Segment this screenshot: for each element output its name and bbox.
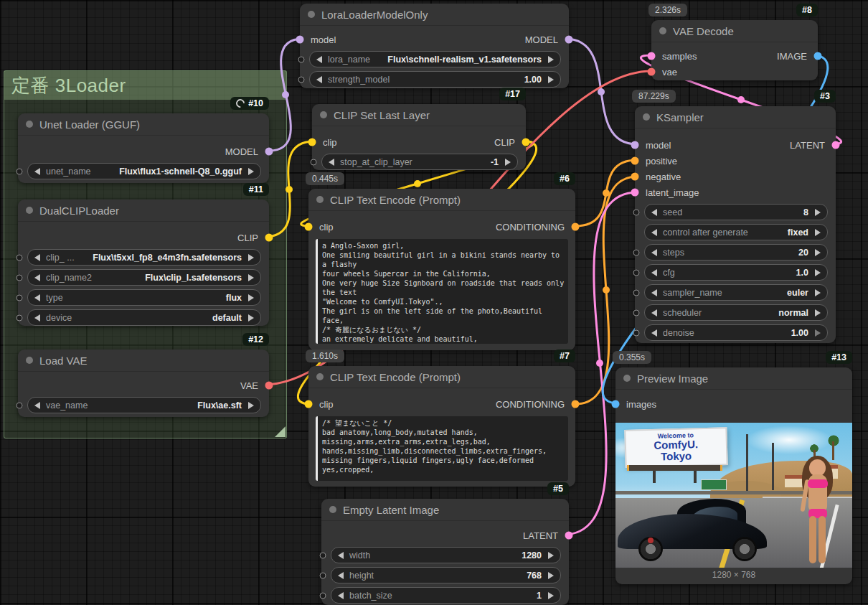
input-socket-clip[interactable] (308, 139, 316, 146)
widget-width[interactable]: width 1280 (331, 547, 561, 563)
prompt-textarea[interactable]: /* 望まないこと */ bad anatomy,long_body,mutat… (316, 416, 568, 481)
input-socket-model[interactable] (296, 36, 304, 44)
input-socket-positive[interactable] (631, 157, 639, 165)
input-socket-latent-image[interactable] (631, 189, 639, 197)
widget-batch-size[interactable]: batch_size 1 (331, 587, 561, 604)
output-socket-image[interactable] (814, 52, 822, 60)
node-preview-image[interactable]: 0.355s #13 Preview Image images (615, 367, 852, 584)
node-clip-text-encode-negative[interactable]: 1.610s #7 CLIP Text Encode (Prompt) clip… (308, 366, 575, 487)
node-header[interactable]: DualCLIPLoader (18, 200, 269, 222)
widget-denoise[interactable]: denoise 1.00 (644, 324, 828, 341)
decrement-arrow-icon[interactable] (651, 309, 657, 316)
increment-arrow-icon[interactable] (248, 274, 254, 281)
node-graph-canvas[interactable]: 定番 3Loader LoraLoaderModelOnly (0, 0, 868, 605)
output-socket-conditioning[interactable] (572, 223, 580, 231)
widget-scheduler[interactable]: scheduler normal (644, 304, 828, 321)
decrement-arrow-icon[interactable] (651, 269, 657, 276)
widget-stop-at-clip-layer[interactable]: stop_at_clip_layer -1 (321, 154, 518, 170)
decrement-arrow-icon[interactable] (34, 402, 40, 409)
widget-socket-icon[interactable] (320, 592, 326, 599)
node-load-vae[interactable]: #12 Load VAE VAE vae_name Flux\ae.sft (18, 350, 269, 417)
collapse-dot-icon[interactable] (329, 506, 336, 513)
node-vae-decode[interactable]: 2.326s #8 VAE Decode samples IMAGE vae (651, 20, 818, 80)
input-socket-model[interactable] (631, 141, 639, 149)
node-header[interactable]: LoraLoaderModelOnly (300, 4, 569, 26)
node-ksampler[interactable]: 87.229s #3 KSampler model LATENT positiv… (635, 106, 836, 343)
output-socket-model[interactable] (265, 148, 273, 156)
node-header[interactable]: CLIP Text Encode (Prompt) (308, 189, 575, 211)
widget-device[interactable]: device default (27, 309, 261, 326)
widget-socket-icon[interactable] (16, 402, 23, 408)
collapse-dot-icon[interactable] (308, 11, 315, 18)
widget-vae-name[interactable]: vae_name Flux\ae.sft (27, 397, 261, 413)
widget-socket-icon[interactable] (633, 309, 640, 316)
widget-unet-name[interactable]: unet_name Flux\flux1-schnell-Q8_0.gguf (27, 163, 261, 179)
prompt-textarea[interactable]: a Anglo-Saxon girl, One smiling beautifu… (316, 239, 568, 344)
widget-socket-icon[interactable] (298, 76, 305, 83)
decrement-arrow-icon[interactable] (651, 329, 657, 337)
increment-arrow-icon[interactable] (548, 552, 554, 559)
decrement-arrow-icon[interactable] (338, 552, 344, 559)
widget-socket-icon[interactable] (633, 249, 640, 255)
node-clip-text-encode-positive[interactable]: 0.445s #6 CLIP Text Encode (Prompt) clip… (308, 189, 575, 350)
output-socket-clip[interactable] (265, 234, 273, 242)
widget-steps[interactable]: steps 20 (644, 244, 828, 261)
widget-cfg[interactable]: cfg 1.0 (644, 264, 828, 281)
input-socket-clip[interactable] (305, 400, 313, 408)
input-socket-clip[interactable] (305, 223, 313, 231)
node-dualcliploader[interactable]: #11 DualCLIPLoader CLIP clip_ ... Flux\t… (18, 200, 269, 326)
output-socket-conditioning[interactable] (572, 400, 580, 408)
output-socket-vae[interactable] (265, 382, 273, 390)
decrement-arrow-icon[interactable] (329, 159, 334, 166)
node-header[interactable]: Preview Image (615, 367, 852, 390)
output-socket-model[interactable] (565, 36, 573, 44)
input-socket-negative[interactable] (631, 173, 639, 181)
output-socket-latent[interactable] (832, 141, 840, 149)
increment-arrow-icon[interactable] (248, 254, 254, 261)
node-unet-loader[interactable]: #10 Unet Loader (GGUF) MODEL unet_name F… (18, 113, 269, 183)
widget-clip-name1[interactable]: clip_ ... Flux\t5xxl_fp8_e4m3fn.safetens… (27, 249, 261, 266)
widget-type[interactable]: type flux (27, 289, 261, 306)
widget-strength-model[interactable]: strength_model 1.00 (309, 71, 561, 88)
widget-control-after-generate[interactable]: control after generate fixed (644, 224, 828, 240)
node-header[interactable]: CLIP Set Last Layer (312, 104, 526, 126)
decrement-arrow-icon[interactable] (338, 592, 344, 599)
decrement-arrow-icon[interactable] (34, 314, 40, 322)
collapse-dot-icon[interactable] (659, 27, 666, 34)
increment-arrow-icon[interactable] (548, 572, 554, 579)
widget-clip-name2[interactable]: clip_name2 Flux\clip_l.safetensors (27, 269, 261, 286)
increment-arrow-icon[interactable] (548, 76, 554, 83)
increment-arrow-icon[interactable] (815, 229, 821, 236)
output-socket-latent[interactable] (565, 532, 573, 540)
widget-socket-icon[interactable] (16, 314, 23, 321)
decrement-arrow-icon[interactable] (651, 209, 657, 216)
widget-socket-icon[interactable] (16, 168, 23, 174)
widget-socket-icon[interactable] (298, 56, 305, 62)
increment-arrow-icon[interactable] (815, 269, 821, 276)
increment-arrow-icon[interactable] (248, 402, 254, 409)
decrement-arrow-icon[interactable] (34, 294, 40, 301)
widget-socket-icon[interactable] (633, 289, 640, 296)
decrement-arrow-icon[interactable] (34, 254, 40, 261)
widget-socket-icon[interactable] (16, 294, 23, 301)
increment-arrow-icon[interactable] (815, 309, 821, 316)
collapse-dot-icon[interactable] (643, 113, 650, 121)
node-loraloadermodelonly[interactable]: LoraLoaderModelOnly model MODEL lora_nam… (300, 4, 569, 88)
node-header[interactable]: KSampler (635, 106, 836, 128)
increment-arrow-icon[interactable] (248, 168, 254, 175)
decrement-arrow-icon[interactable] (34, 274, 40, 281)
widget-sampler-name[interactable]: sampler_name euler (644, 284, 828, 301)
collapse-dot-icon[interactable] (26, 207, 33, 214)
increment-arrow-icon[interactable] (815, 329, 821, 337)
node-header[interactable]: Load VAE (18, 350, 269, 372)
increment-arrow-icon[interactable] (815, 249, 821, 256)
decrement-arrow-icon[interactable] (34, 168, 40, 175)
widget-height[interactable]: height 768 (331, 567, 561, 583)
input-socket-images[interactable] (612, 400, 620, 408)
widget-socket-icon[interactable] (16, 274, 23, 281)
widget-seed[interactable]: seed 8 (644, 204, 828, 220)
group-header[interactable]: 定番 3Loader (4, 71, 286, 100)
collapse-dot-icon[interactable] (320, 111, 327, 118)
widget-socket-icon[interactable] (320, 572, 326, 578)
increment-arrow-icon[interactable] (815, 289, 821, 296)
